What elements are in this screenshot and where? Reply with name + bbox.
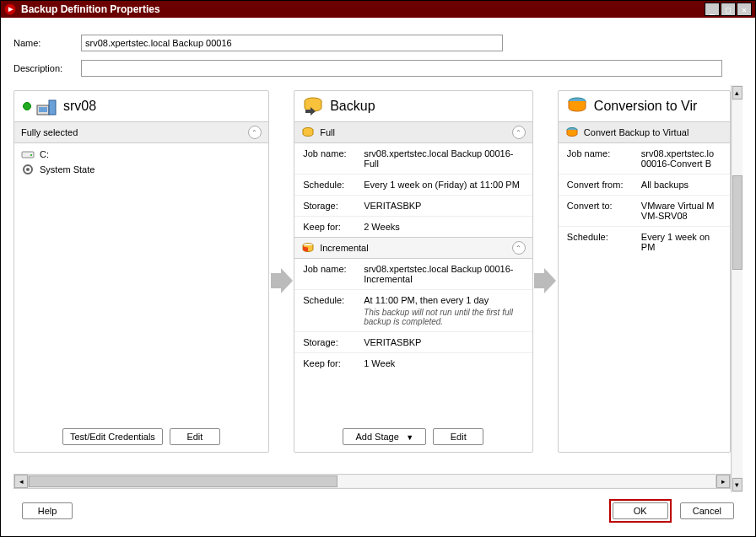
prop-label: Keep for:: [303, 358, 364, 368]
stage-header-incremental[interactable]: Incremental ⌃: [294, 238, 532, 259]
source-panel: srv08 Fully selected ⌃: [14, 90, 269, 453]
svg-point-6: [26, 168, 30, 171]
prop-value: 2 Weeks: [364, 222, 523, 232]
arrow-icon: [533, 268, 558, 293]
test-edit-credentials-button[interactable]: Test/Edit Credentials: [62, 428, 163, 445]
stage-header-convert[interactable]: Convert Backup to Virtual: [559, 122, 730, 143]
help-button[interactable]: Help: [22, 502, 73, 519]
collapse-icon[interactable]: ⌃: [512, 241, 526, 255]
scroll-thumb[interactable]: [29, 475, 338, 487]
status-online-icon: [23, 102, 31, 110]
name-label: Name:: [14, 38, 81, 48]
prop-value: VMware Virtual M VM-SRV08: [641, 201, 721, 221]
description-input[interactable]: [81, 60, 722, 77]
prop-label: Convert to:: [567, 201, 641, 221]
titlebar: Backup Definition Properties _ □ ✕: [1, 1, 755, 18]
svg-rect-3: [22, 152, 34, 158]
prop-label: Keep for:: [303, 222, 364, 232]
stage-name: Full: [320, 127, 335, 137]
server-name: srv08: [63, 99, 96, 114]
vertical-scrollbar[interactable]: ▴ ▾: [731, 85, 742, 492]
prop-label: Storage:: [303, 337, 364, 347]
prop-label: Job name:: [303, 148, 364, 169]
prop-value: 1 Week: [364, 358, 523, 368]
scroll-up-button[interactable]: ▴: [732, 86, 742, 99]
prop-value: srv08.xpertstec.local Backup 00016-Full: [364, 148, 523, 169]
backup-panel: Backup Full ⌃: [294, 90, 532, 453]
backup-icon: [303, 96, 323, 116]
tree-item-systemstate[interactable]: System State: [21, 162, 262, 177]
full-backup-icon: [301, 126, 315, 139]
svg-rect-2: [39, 107, 47, 112]
scroll-down-button[interactable]: ▾: [732, 478, 742, 491]
prop-label: Job name:: [303, 264, 364, 284]
prop-label: Storage:: [303, 201, 364, 211]
prop-label: Schedule:: [303, 295, 364, 326]
scroll-left-button[interactable]: ◂: [14, 475, 28, 488]
prop-value: All backups: [641, 180, 721, 190]
add-stage-button[interactable]: Add Stage: [343, 428, 426, 445]
prop-label: Job name:: [567, 148, 641, 169]
backup-edit-button[interactable]: Edit: [433, 428, 483, 445]
cancel-button[interactable]: Cancel: [680, 502, 734, 519]
tree-item-label: C:: [40, 149, 49, 159]
schedule-note: This backup will not run until the first…: [364, 308, 523, 326]
backup-title: Backup: [330, 99, 375, 114]
ok-highlight: OK: [609, 499, 672, 523]
prop-value: srv08.xpertstec.lo 00016-Convert B: [641, 148, 721, 169]
tree-item-label: System State: [40, 164, 94, 175]
collapse-icon[interactable]: ⌃: [512, 126, 526, 139]
convert-stage-icon: [565, 126, 579, 139]
prop-value: At 11:00 PM, then every 1 dayThis backup…: [364, 295, 523, 326]
prop-value: Every 1 week on PM: [641, 232, 721, 252]
source-edit-button[interactable]: Edit: [170, 428, 220, 445]
prop-value: VERITASBKP: [364, 201, 523, 211]
prop-label: Schedule:: [303, 180, 364, 190]
prop-label: Convert from:: [567, 180, 641, 190]
server-icon: [36, 96, 57, 116]
gear-icon: [21, 164, 35, 175]
scroll-thumb[interactable]: [732, 175, 742, 270]
tree-group-label: Fully selected: [21, 127, 78, 137]
prop-value: VERITASBKP: [364, 337, 523, 347]
svg-marker-7: [271, 268, 293, 293]
prop-label: Schedule:: [567, 232, 641, 252]
ok-button[interactable]: OK: [613, 502, 668, 519]
maximize-button[interactable]: □: [721, 3, 736, 16]
convert-panel: Conversion to Vir Convert Backup to Virt…: [558, 90, 731, 453]
stage-name: Incremental: [320, 243, 368, 253]
prop-value: srv08.xpertstec.local Backup 00016-Incre…: [364, 264, 523, 284]
window-title: Backup Definition Properties: [21, 3, 160, 15]
stage-name: Convert Backup to Virtual: [584, 127, 689, 137]
svg-rect-1: [49, 100, 56, 115]
tree-item-c[interactable]: C:: [21, 147, 262, 162]
incremental-backup-icon: [301, 241, 315, 255]
scroll-right-button[interactable]: ▸: [716, 475, 730, 488]
tree-group-header[interactable]: Fully selected ⌃: [14, 122, 268, 143]
minimize-button[interactable]: _: [705, 3, 720, 16]
window: Backup Definition Properties _ □ ✕ Name:…: [0, 0, 756, 537]
arrow-icon: [269, 268, 294, 293]
description-label: Description:: [14, 63, 81, 73]
stage-header-full[interactable]: Full ⌃: [294, 122, 532, 143]
convert-title: Conversion to Vir: [594, 99, 697, 114]
prop-value: Every 1 week on (Friday) at 11:00 PM: [364, 180, 523, 190]
svg-marker-12: [534, 268, 556, 293]
close-button[interactable]: ✕: [737, 3, 752, 16]
app-icon: [4, 3, 16, 15]
svg-point-4: [30, 154, 32, 156]
name-input[interactable]: [81, 35, 503, 51]
convert-icon: [567, 96, 587, 116]
content: Name: Description: srv08: [1, 18, 755, 536]
drive-icon: [21, 148, 35, 160]
horizontal-scrollbar[interactable]: ◂ ▸: [14, 474, 731, 489]
collapse-icon[interactable]: ⌃: [248, 126, 262, 139]
